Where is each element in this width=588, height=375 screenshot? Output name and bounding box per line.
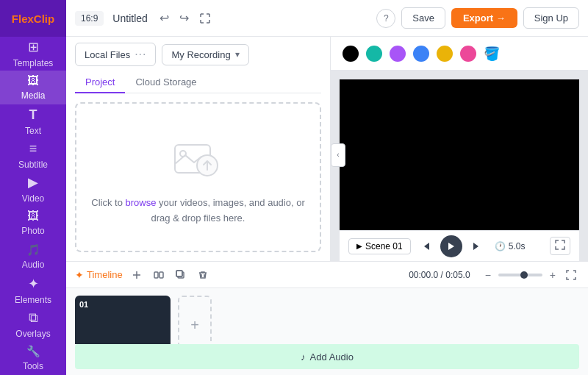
split-button[interactable] [151, 268, 167, 282]
help-button[interactable]: ? [376, 9, 395, 28]
more-options-icon[interactable]: ··· [135, 48, 146, 61]
recording-label: My Recording [171, 49, 230, 60]
timeline-text: Timeline [87, 269, 123, 280]
fullscreen-button[interactable] [196, 10, 214, 27]
photo-icon: 🖼 [27, 210, 39, 223]
svg-rect-6 [176, 271, 182, 276]
browse-link[interactable]: browse [125, 197, 156, 208]
sidebar-item-overlays[interactable]: ⧉ Overlays [0, 307, 66, 341]
source-tabs: Project Cloud Storage [75, 72, 321, 93]
add-clip-button[interactable]: + [178, 296, 212, 344]
color-swatch-teal[interactable] [366, 46, 382, 62]
time-display: 🕐 5.0s [495, 241, 526, 251]
sidebar-item-elements[interactable]: ✦ Elements [0, 274, 66, 307]
time-value: 5.0s [509, 241, 526, 251]
collapse-panel-button[interactable]: ‹ [331, 143, 345, 167]
clip-block-01[interactable]: 01 [75, 296, 171, 344]
local-files-tab[interactable]: Local Files ··· [75, 43, 156, 66]
sidebar-item-templates[interactable]: ⊞ Templates [0, 37, 66, 71]
tab-cloud-storage[interactable]: Cloud Storage [125, 72, 207, 93]
player-controls: ▶ Scene 01 🕐 5.0s [340, 230, 579, 261]
video-preview: ‹ [340, 79, 579, 230]
timeline-icon: ✦ [75, 269, 84, 281]
fit-timeline-button[interactable] [563, 268, 579, 282]
color-swatch-yellow[interactable] [437, 46, 453, 62]
logo-rest: Clip [34, 12, 54, 25]
scene-badge[interactable]: ▶ Scene 01 [348, 238, 411, 254]
zoom-handle [520, 271, 528, 279]
doc-title[interactable]: Untitled [112, 12, 147, 24]
undo-button[interactable]: ↩ [157, 8, 172, 28]
time-total: 0:05.0 [445, 270, 470, 280]
music-note-icon: ♪ [301, 351, 306, 362]
recording-tab[interactable]: My Recording ▾ [162, 44, 248, 65]
local-files-label: Local Files [85, 49, 130, 60]
duplicate-button[interactable] [173, 268, 189, 282]
logo-accent: Flex [12, 12, 34, 25]
sidebar-item-label: Elements [15, 295, 51, 305]
templates-icon: ⊞ [28, 39, 39, 55]
audio-icon: 🎵 [26, 243, 40, 257]
topbar-right: ? Save Export → Sign Up [376, 7, 579, 29]
add-audio-bar[interactable]: ♪ Add Audio [75, 344, 579, 369]
skip-back-button[interactable] [418, 239, 433, 254]
color-swatch-black[interactable] [343, 46, 359, 62]
zoom-out-button[interactable]: − [482, 268, 494, 282]
play-scene-icon: ▶ [356, 242, 362, 250]
subtitle-icon: ≡ [29, 141, 37, 157]
app-logo: FlexClip [0, 0, 66, 37]
sidebar-item-photo[interactable]: 🖼 Photo [0, 206, 66, 240]
aspect-ratio-badge[interactable]: 16:9 [75, 11, 104, 26]
sidebar-item-text[interactable]: T Text [0, 104, 66, 138]
play-button[interactable] [440, 235, 462, 257]
add-clip-timeline-button[interactable] [129, 268, 145, 282]
sidebar-item-label: Media [21, 90, 46, 101]
tools-icon: 🔧 [26, 345, 40, 358]
upload-icon [169, 128, 228, 187]
clip-number: 01 [79, 300, 88, 309]
sidebar: FlexClip ⊞ Templates 🖼 Media T Text ≡ Su… [0, 0, 66, 375]
media-icon: 🖼 [27, 74, 39, 88]
chevron-down-icon: ▾ [235, 49, 240, 60]
sidebar-item-subtitle[interactable]: ≡ Subtitle [0, 138, 66, 172]
sidebar-item-video[interactable]: ▶ Video [0, 172, 66, 206]
video-canvas [340, 79, 579, 230]
sidebar-item-label: Text [25, 126, 41, 136]
overlays-icon: ⧉ [29, 310, 38, 326]
save-button[interactable]: Save [401, 7, 445, 29]
export-button[interactable]: Export → [451, 8, 517, 28]
delete-button[interactable] [195, 268, 211, 282]
sidebar-item-label: Overlays [15, 329, 50, 339]
scene-label: Scene 01 [365, 241, 403, 251]
color-swatch-purple[interactable] [390, 46, 406, 62]
bottom-area: ✦ Timeline 00:00.0 / 0:05.0 − [66, 261, 588, 375]
tab-project[interactable]: Project [75, 72, 125, 93]
zoom-in-button[interactable]: + [547, 268, 559, 282]
upload-area[interactable]: Click to browse your videos, images, and… [75, 102, 321, 252]
sidebar-item-label: Video [22, 193, 44, 204]
sidebar-item-tools[interactable]: 🔧 Tools [0, 341, 66, 375]
sidebar-item-media[interactable]: 🖼 Media [0, 71, 66, 104]
svg-rect-3 [154, 272, 158, 278]
upload-text: Click to browse your videos, images, and… [91, 196, 305, 226]
timeline-label: ✦ Timeline [75, 269, 123, 281]
zoom-slider[interactable] [498, 274, 542, 276]
color-swatch-blue[interactable] [413, 46, 429, 62]
timeline-zoom-controls: − + [482, 268, 579, 282]
sidebar-item-audio[interactable]: 🎵 Audio [0, 240, 66, 274]
sidebar-item-label: Audio [22, 260, 45, 270]
color-swatch-pink[interactable] [460, 46, 476, 62]
expand-button[interactable] [550, 237, 570, 255]
timeline-content: 01 + [66, 288, 588, 344]
skip-forward-button[interactable] [470, 239, 484, 254]
export-label: Export → [463, 12, 506, 24]
timeline-bar: ✦ Timeline 00:00.0 / 0:05.0 − [66, 262, 588, 288]
file-tabs: Local Files ··· My Recording ▾ [75, 43, 321, 66]
redo-button[interactable]: ↪ [176, 8, 192, 28]
color-bar: 🪣 [331, 37, 588, 71]
paint-bucket-icon[interactable]: 🪣 [484, 46, 500, 62]
signup-button[interactable]: Sign Up [523, 7, 579, 29]
timeline-time: 00:00.0 / 0:05.0 [409, 270, 470, 280]
panel-header: Local Files ··· My Recording ▾ Project C… [66, 37, 330, 93]
topbar: 16:9 Untitled ↩ ↪ ? Save Export → Sign U… [66, 0, 588, 37]
